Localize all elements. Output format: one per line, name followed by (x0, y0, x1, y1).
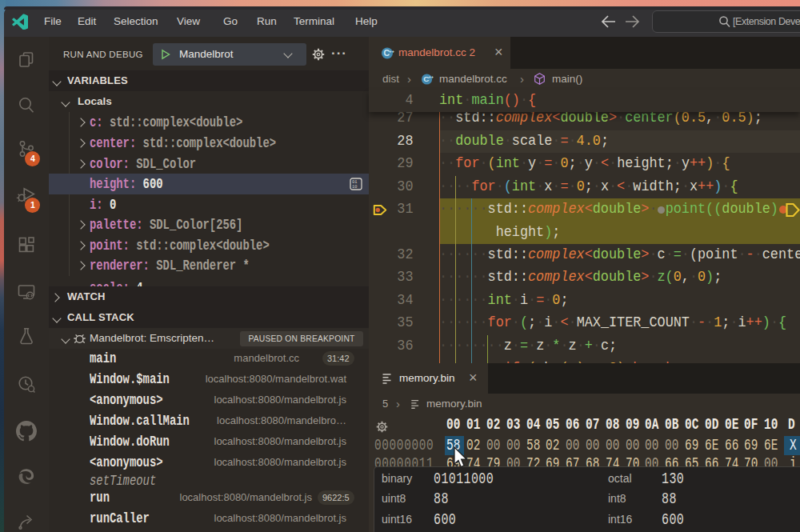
svg-text:10: 10 (352, 185, 357, 190)
svg-text:++: ++ (428, 74, 434, 79)
svg-text:++: ++ (389, 49, 394, 54)
